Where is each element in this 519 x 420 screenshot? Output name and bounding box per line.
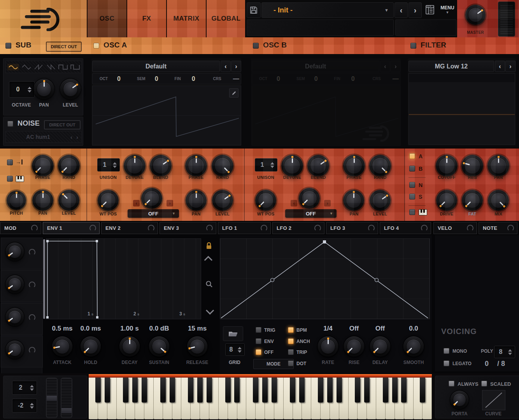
noise-pan-knob[interactable] [32,190,53,211]
mod-slot-4[interactable] [1,336,43,368]
tab-lfo-1[interactable]: LFO 1 [218,222,271,234]
filter-mix-knob[interactable] [488,190,509,211]
lfo-off-checkbox[interactable] [256,349,261,355]
filter-pan-knob[interactable] [487,155,509,177]
osc-a-preset-selector[interactable]: Default [92,61,220,72]
osc-a-phase-knob[interactable] [185,155,207,177]
osc-b-detune-knob[interactable] [281,155,303,177]
sub-level-knob[interactable] [60,79,81,99]
spinner-arrows-icon[interactable] [237,347,243,353]
lfo-anch-checkbox[interactable] [288,338,294,344]
lfo-dot-checkbox[interactable] [288,360,294,366]
osc-a-wave-display[interactable] [92,86,241,145]
porta-always-checkbox[interactable] [449,381,454,387]
bend-down-spinner[interactable]: -2 [12,399,37,413]
mod-slot-3[interactable] [1,303,43,335]
envelope-graph[interactable]: 1 s 2 s 3 s [46,238,201,319]
black-key[interactable] [123,378,128,402]
tab-env-1[interactable]: ENV 1 [43,222,100,234]
tab-env-2[interactable]: ENV 2 [101,222,158,234]
osc-b-wave-display[interactable] [252,86,401,145]
osc-a-detune-knob[interactable] [124,155,146,177]
black-key[interactable] [262,378,268,402]
preset-selector[interactable]: - Init - ▼ [261,2,394,18]
lfo-delay-value[interactable]: Off [363,325,398,332]
filter-response-display[interactable] [409,73,515,145]
curve-display[interactable] [482,390,505,410]
black-key[interactable] [420,378,425,402]
tab-global[interactable]: GLOBAL [206,0,245,37]
filter-route-s-checkbox[interactable] [409,194,415,200]
sub-octave-spinner[interactable]: 0 [9,81,35,98]
black-key[interactable] [299,378,305,402]
osc-b-blend-knob[interactable] [307,155,329,177]
sub-wave-sine-icon[interactable] [7,64,19,70]
preset-prev-button[interactable]: ‹ [395,2,408,18]
mod-scrollbar[interactable] [43,239,45,319]
osc-a-wtpos-knob[interactable] [98,190,119,211]
osc-a-warp-prev-button[interactable]: ‹ [133,200,140,206]
osc-a-sem-value[interactable]: 0 [155,75,158,82]
noise-pitch-knob[interactable] [7,191,26,210]
filter-type-selector[interactable]: MG Low 12 [409,61,494,72]
release-knob[interactable] [187,336,207,357]
black-key[interactable] [105,378,110,402]
menu-button[interactable]: MENU ▼ [439,2,456,17]
osc-b-next-button[interactable]: › [391,61,401,72]
black-key[interactable] [253,378,258,402]
osc-b-warp-mode-dropdown[interactable]: OFF ▼ [285,209,337,218]
spinner-arrows-icon[interactable] [507,349,513,355]
noise-next-icon[interactable]: › [76,134,78,140]
filter-drive-knob[interactable] [436,190,457,211]
lfo-env-checkbox[interactable] [256,338,261,344]
mod-slot-4-target[interactable] [1,367,42,374]
osc-a-warp-next-button[interactable]: › [167,200,173,206]
lfo-rise-knob[interactable] [344,336,364,357]
osc-a-crs-value[interactable]: — [233,75,239,82]
black-key[interactable] [392,378,398,402]
tab-fx[interactable]: FX [126,0,166,37]
noise-direct-out-button[interactable]: DIRECT OUT [44,120,81,130]
release-value[interactable]: 15 ms [180,325,215,332]
mod-slot-1[interactable] [1,238,43,270]
filter-route-a-checkbox[interactable] [409,153,415,159]
sub-wave-triangle-icon[interactable] [22,64,31,70]
osc-b-preset-selector[interactable]: Default [252,61,379,72]
spinner-arrows-icon[interactable] [29,385,35,391]
porta-knob[interactable] [451,391,468,409]
lfo-trip-checkbox[interactable] [288,349,294,355]
black-key[interactable] [225,378,231,402]
legato-checkbox[interactable] [444,360,449,366]
osc-b-warp-prev-button[interactable]: ‹ [291,200,297,206]
poly-spinner[interactable]: 8 [494,346,515,358]
osc-b-warp-next-button[interactable]: › [324,200,331,206]
osc-b-warp-knob[interactable] [299,188,320,209]
osc-b-phase-knob[interactable] [343,155,365,177]
filter-route-b-checkbox[interactable] [409,166,415,172]
tab-env-3[interactable]: ENV 3 [160,222,216,234]
osc-b-pan-knob[interactable] [343,190,364,211]
black-key[interactable] [355,378,360,402]
decay-knob[interactable] [119,336,140,357]
mod-slot-2-knob[interactable] [6,275,24,293]
lfo-load-button[interactable] [223,326,243,341]
osc-b-wtpos-knob[interactable] [255,190,276,211]
osc-b-level-knob[interactable] [370,190,391,211]
osc-a-warp-knob[interactable] [141,188,162,209]
sustain-value[interactable]: 0.0 dB [142,325,177,332]
master-knob[interactable] [465,5,486,25]
sub-wave-square-icon[interactable] [58,64,68,70]
env-scroll-up-button[interactable] [204,254,214,264]
black-key[interactable] [327,378,333,402]
hold-value[interactable]: 0.0 ms [73,325,108,332]
preset-browser-button[interactable] [423,2,437,17]
spinner-arrows-icon[interactable] [269,162,275,168]
filter-cutoff-knob[interactable] [436,155,458,177]
lfo-trig-checkbox[interactable] [256,327,261,333]
tab-lfo-2[interactable]: LFO 2 [272,222,324,234]
preset-next-button[interactable]: › [409,2,422,18]
mod-slot-2[interactable] [1,270,43,302]
osc-a-edit-button[interactable] [229,88,238,98]
tab-note[interactable]: NOTE [479,222,517,234]
black-key[interactable] [197,378,203,402]
